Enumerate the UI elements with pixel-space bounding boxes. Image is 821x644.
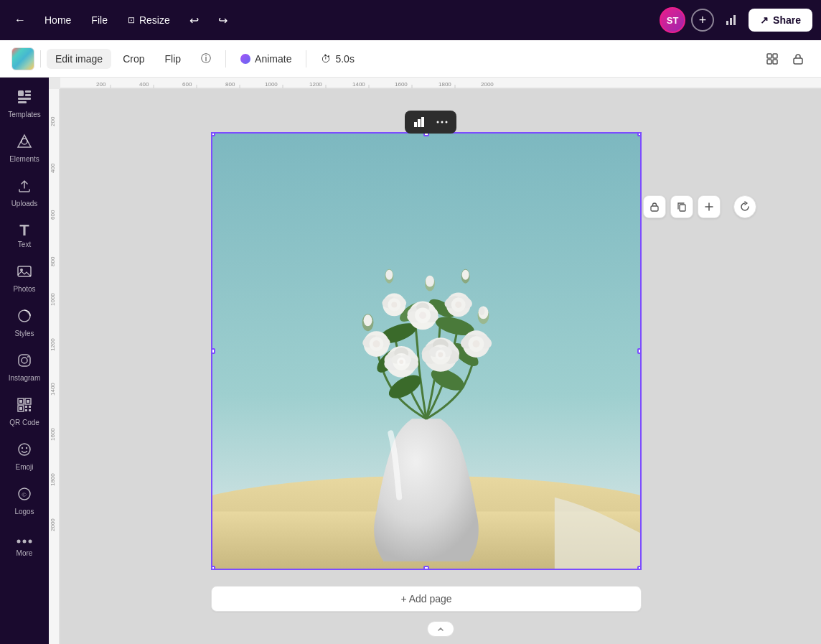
animate-button[interactable]: Animate [232, 49, 300, 69]
home-button[interactable]: Home [37, 10, 78, 30]
selection-handle-bm[interactable] [423, 566, 429, 570]
analytics-button[interactable] [720, 9, 743, 32]
svg-point-143 [479, 307, 485, 315]
info-button[interactable]: ⓘ [192, 48, 220, 70]
svg-rect-6 [773, 60, 777, 64]
sidebar-item-photos[interactable]: Photos [3, 258, 46, 299]
page-indicator [427, 621, 454, 637]
sidebar-templates-label: Templates [8, 111, 41, 119]
resize-button[interactable]: ⊡ Resize [121, 10, 177, 30]
svg-text:400: 400 [50, 163, 56, 173]
elements-icon [17, 134, 32, 153]
svg-rect-7 [794, 58, 802, 64]
svg-rect-27 [25, 406, 27, 408]
crop-button[interactable]: Crop [114, 49, 153, 69]
color-swatch[interactable] [11, 47, 34, 70]
main-layout: Templates Elements Uploads T Text [0, 78, 821, 644]
rotate-handle[interactable] [733, 195, 756, 218]
svg-point-75 [446, 121, 448, 123]
add-collaborator-button[interactable]: + [691, 9, 714, 32]
svg-rect-2 [733, 15, 736, 25]
avatar-button[interactable]: ST [660, 7, 685, 33]
ruler-vertical: 200 400 600 800 1000 1200 1400 1600 1800… [49, 89, 60, 644]
svg-text:1800: 1800 [438, 81, 451, 88]
svg-point-36 [17, 540, 21, 543]
svg-text:600: 600 [50, 210, 56, 220]
sidebar-item-templates[interactable]: Templates [3, 83, 46, 125]
add-page-button[interactable]: + Add page [211, 586, 642, 612]
sidebar-item-logos[interactable]: © Logos [3, 480, 46, 522]
edit-image-button[interactable]: Edit image [47, 49, 111, 69]
sidebar-item-emoji[interactable]: Emoji [3, 436, 46, 477]
svg-point-73 [437, 121, 439, 123]
clock-icon: ⏱ [321, 53, 331, 65]
sidebar-item-styles[interactable]: Styles [3, 302, 46, 344]
sidebar: Templates Elements Uploads T Text [0, 78, 49, 644]
svg-rect-22 [19, 400, 22, 403]
sidebar-styles-label: Styles [14, 330, 34, 338]
svg-text:600: 600 [182, 81, 192, 88]
svg-text:1200: 1200 [50, 338, 56, 351]
grid-view-button[interactable] [761, 47, 784, 70]
add-context-button[interactable] [698, 195, 721, 218]
templates-icon [17, 89, 32, 108]
redo-button[interactable]: ↪ [212, 9, 235, 32]
editor-toolbar: Edit image Crop Flip ⓘ Animate ⏱ 5.0s [0, 40, 821, 78]
svg-rect-29 [25, 409, 27, 411]
selection-handle-bl[interactable] [211, 566, 215, 570]
svg-point-101 [399, 360, 403, 364]
svg-text:1800: 1800 [50, 473, 56, 486]
photos-icon [17, 263, 32, 283]
selection-handle-mr[interactable] [637, 348, 642, 354]
text-icon: T [19, 223, 29, 238]
undo-button[interactable]: ↩ [183, 9, 206, 32]
sidebar-photos-label: Photos [13, 285, 35, 294]
copy-context-button[interactable] [670, 195, 693, 218]
back-arrow-button[interactable]: ← [9, 9, 32, 32]
svg-text:400: 400 [139, 81, 149, 88]
sidebar-item-text[interactable]: T Text [3, 217, 46, 255]
svg-rect-30 [29, 409, 31, 411]
selection-handle-br[interactable] [637, 566, 642, 570]
grid-icon [766, 52, 779, 65]
svg-rect-10 [25, 94, 31, 96]
svg-point-151 [385, 270, 393, 280]
lock-icon [792, 52, 804, 65]
canvas-frame[interactable] [211, 132, 642, 570]
svg-rect-28 [29, 406, 31, 408]
sidebar-instagram-label: Instagram [9, 374, 40, 383]
floating-more-button[interactable] [433, 113, 451, 131]
sidebar-elements-label: Elements [9, 155, 39, 164]
flip-button[interactable]: Flip [156, 49, 190, 69]
svg-point-37 [23, 540, 27, 543]
sidebar-item-elements[interactable]: Elements [3, 128, 46, 169]
styles-icon [17, 308, 32, 327]
qr-code-icon [17, 397, 32, 416]
sidebar-more-label: More [17, 549, 33, 558]
lock-button[interactable] [787, 47, 810, 70]
svg-point-130 [473, 340, 480, 347]
svg-rect-72 [421, 117, 424, 127]
sidebar-item-uploads[interactable]: Uploads [3, 172, 46, 214]
sidebar-qr-code-label: QR Code [9, 419, 39, 427]
svg-text:1400: 1400 [50, 383, 56, 396]
selection-handle-tr[interactable] [637, 132, 642, 136]
selection-handle-tl[interactable] [211, 132, 215, 136]
copy-icon [677, 202, 687, 212]
sidebar-item-qr-code[interactable]: QR Code [3, 391, 46, 433]
sidebar-item-more[interactable]: More [3, 525, 46, 564]
lock-context-button[interactable] [643, 195, 666, 218]
svg-text:1600: 1600 [50, 428, 56, 441]
duration-button[interactable]: ⏱ 5.0s [312, 49, 362, 69]
sidebar-item-instagram[interactable]: Instagram [3, 347, 46, 388]
selection-handle-ml[interactable] [211, 348, 215, 354]
svg-text:1000: 1000 [265, 81, 278, 88]
sidebar-uploads-label: Uploads [11, 200, 38, 208]
canvas-content[interactable]: + Add page [60, 89, 821, 644]
svg-rect-9 [25, 90, 31, 93]
file-button[interactable]: File [84, 10, 115, 30]
svg-text:800: 800 [225, 81, 235, 88]
floating-bar-button[interactable] [411, 113, 428, 131]
top-navigation: ← Home File ⊡ Resize ↩ ↪ ST + ↗ Share [0, 0, 821, 40]
share-button[interactable]: ↗ Share [749, 9, 812, 32]
